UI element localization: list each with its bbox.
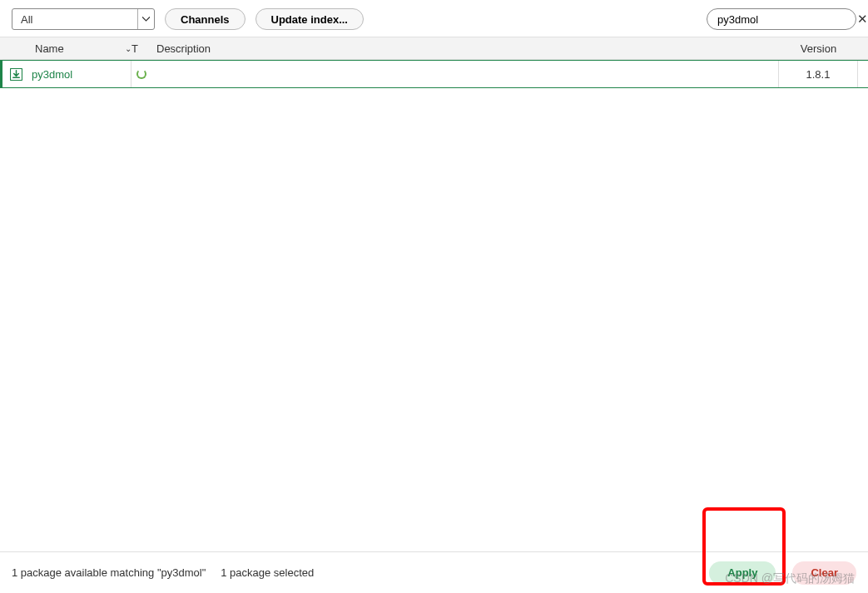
cell-description: [155, 61, 779, 87]
footer-status: 1 package available matching "py3dmol" 1…: [12, 566, 314, 579]
cell-check[interactable]: [2, 68, 30, 81]
col-description-label: Description: [156, 42, 211, 55]
channels-button[interactable]: Channels: [165, 8, 246, 30]
apply-button[interactable]: Apply: [709, 561, 776, 585]
chevron-down-icon: ⌄: [125, 44, 131, 53]
status-available: 1 package available matching "py3dmol": [12, 566, 206, 579]
update-index-button[interactable]: Update index...: [255, 8, 364, 30]
download-icon: [10, 68, 22, 81]
loading-spinner-icon: [136, 69, 146, 79]
channels-button-label: Channels: [181, 13, 230, 26]
col-version-header[interactable]: Version: [779, 42, 858, 55]
table-header: Name ⌄ T Description Version: [0, 37, 868, 60]
update-index-button-label: Update index...: [271, 13, 348, 26]
clear-button[interactable]: Clear: [792, 561, 856, 585]
col-t-header[interactable]: T: [131, 42, 155, 55]
table-row[interactable]: py3dmol 1.8.1: [0, 60, 868, 88]
table-body: py3dmol 1.8.1: [0, 60, 868, 88]
package-version: 1.8.1: [806, 68, 831, 81]
col-description-header[interactable]: Description: [155, 42, 779, 55]
col-t-label: T: [131, 42, 138, 55]
search-input[interactable]: [717, 13, 857, 26]
chevron-down-icon: [137, 9, 154, 29]
package-name: py3dmol: [32, 68, 72, 81]
apply-button-label: Apply: [727, 566, 757, 579]
filter-select[interactable]: All: [12, 8, 155, 30]
search-box: ✕: [707, 8, 856, 30]
footer: 1 package available matching "py3dmol" 1…: [0, 551, 868, 593]
status-selected: 1 package selected: [221, 566, 314, 579]
cell-type: [131, 69, 155, 79]
cell-version: 1.8.1: [779, 61, 858, 87]
filter-select-value: All: [12, 13, 137, 26]
close-icon[interactable]: ✕: [857, 12, 868, 26]
col-name-header[interactable]: Name ⌄: [30, 42, 131, 55]
cell-name: py3dmol: [30, 61, 131, 87]
toolbar: All Channels Update index... ✕: [0, 0, 868, 37]
clear-button-label: Clear: [811, 566, 838, 579]
col-name-label: Name: [35, 42, 64, 55]
col-version-label: Version: [801, 42, 836, 55]
